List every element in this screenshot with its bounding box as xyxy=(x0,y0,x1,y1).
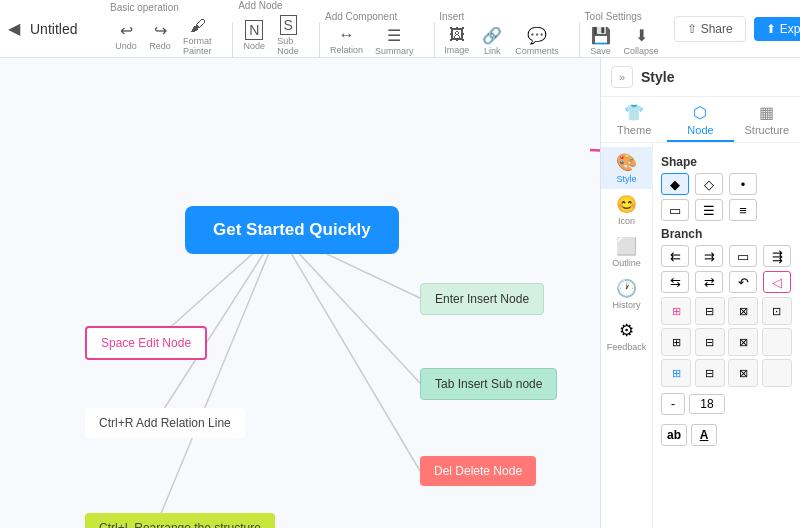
branch-btn-3[interactable]: ⇆ xyxy=(661,271,689,293)
branch-grid-btn-2[interactable]: ⊟ xyxy=(695,297,725,325)
link-label: Link xyxy=(484,46,501,56)
theme-tab-label: Theme xyxy=(617,124,651,136)
font-style-row: ab A xyxy=(661,424,792,446)
branch-btn-lines-right[interactable]: ⇶ xyxy=(763,245,791,267)
outline-icon-label: Outline xyxy=(612,258,641,268)
shape-btn-lines[interactable]: ☰ xyxy=(695,199,723,221)
tab-structure[interactable]: ▦ Structure xyxy=(734,97,800,142)
canvas[interactable]: Get Started Quickly Enter Insert Node Sp… xyxy=(0,58,600,528)
undo-button[interactable]: ↩ Undo xyxy=(110,19,142,53)
sidebar-history[interactable]: 🕐 History xyxy=(601,273,652,315)
node-tab-insert-label: Tab Insert Sub node xyxy=(435,377,542,391)
branch-grid-btn-8[interactable] xyxy=(762,328,792,356)
panel-title: Style xyxy=(641,69,674,85)
group-basic-operation: Basic operation ↩ Undo ↪ Redo 🖌 Format P… xyxy=(110,2,217,58)
collapse-label: Collapse xyxy=(624,46,659,56)
summary-label: Summary xyxy=(375,46,414,56)
branch-grid-btn-6[interactable]: ⊟ xyxy=(695,328,725,356)
branch-grid: ⊞ ⊟ ⊠ ⊡ ⊞ ⊟ ⊠ ⊞ ⊟ ⊠ xyxy=(661,297,792,387)
relation-label: Relation xyxy=(330,45,363,55)
font-size-input[interactable] xyxy=(689,394,725,414)
collapse-button[interactable]: ⬇ Collapse xyxy=(619,24,664,58)
relation-icon: ↔ xyxy=(338,26,354,44)
link-button[interactable]: 🔗 Link xyxy=(476,24,508,58)
shape-btn-outline[interactable]: ◇ xyxy=(695,173,723,195)
format-painter-button[interactable]: 🖌 Format Painter xyxy=(178,15,217,58)
shape-btn-rect[interactable]: ▭ xyxy=(661,199,689,221)
undo-icon: ↩ xyxy=(120,21,133,40)
image-button[interactable]: 🖼 Image xyxy=(439,24,474,57)
toolbar-right: ⇧ Share ⬆ Export xyxy=(674,16,800,42)
node-button[interactable]: N Node xyxy=(238,18,270,53)
branch-row-2: ⇆ ⇄ ↶ ◁ xyxy=(661,271,792,293)
node-enter-insert[interactable]: Enter Insert Node xyxy=(420,283,544,315)
group-label-tool-settings: Tool Settings xyxy=(585,11,642,22)
link-icon: 🔗 xyxy=(482,26,502,45)
branch-btn-2[interactable]: ⇉ xyxy=(695,245,723,267)
font-size-decrease[interactable]: - xyxy=(661,393,685,415)
branch-grid-btn-3[interactable]: ⊠ xyxy=(728,297,758,325)
panel-expand-button[interactable]: » xyxy=(611,66,633,88)
node-ctrl-r[interactable]: Ctrl+R Add Relation Line xyxy=(85,408,245,438)
group-label-insert: Insert xyxy=(439,11,464,22)
icon-icon-label: Icon xyxy=(618,216,635,226)
shape-row-1: ◆ ◇ • xyxy=(661,173,792,195)
tab-node[interactable]: ⬡ Node xyxy=(667,97,733,142)
format-painter-label: Format Painter xyxy=(183,36,212,56)
font-underline-button[interactable]: A xyxy=(691,424,717,446)
feedback-icon-label: Feedback xyxy=(607,342,647,352)
branch-grid-btn-11[interactable]: ⊠ xyxy=(728,359,758,387)
back-button[interactable]: ◀ xyxy=(8,19,20,38)
export-button[interactable]: ⬆ Export xyxy=(754,17,800,41)
sidebar-icon[interactable]: 😊 Icon xyxy=(601,189,652,231)
group-items-insert: 🖼 Image 🔗 Link 💬 Comments xyxy=(439,24,564,58)
branch-btn-4[interactable]: ⇄ xyxy=(695,271,723,293)
node-tab-label: Node xyxy=(687,124,713,136)
node-ctrl-l-label: Ctrl+L Rearrange the structure xyxy=(99,521,261,528)
shape-section-title: Shape xyxy=(661,155,792,169)
node-del-delete[interactable]: Del Delete Node xyxy=(420,456,536,486)
style-icon: 🎨 xyxy=(616,152,637,173)
branch-btn-1[interactable]: ⇇ xyxy=(661,245,689,267)
sidebar-style[interactable]: 🎨 Style xyxy=(601,147,652,189)
branch-grid-btn-9[interactable]: ⊞ xyxy=(661,359,691,387)
toolbar-groups: Basic operation ↩ Undo ↪ Redo 🖌 Format P… xyxy=(110,0,674,58)
branch-btn-5[interactable]: ↶ xyxy=(729,271,757,293)
node-space-edit[interactable]: Space Edit Node xyxy=(85,326,207,360)
sub-node-label: Sub Node xyxy=(277,36,299,56)
theme-tab-icon: 👕 xyxy=(624,103,644,122)
node-ctrl-l[interactable]: Ctrl+L Rearrange the structure xyxy=(85,513,275,528)
central-node[interactable]: Get Started Quickly xyxy=(185,206,399,254)
shape-btn-dot[interactable]: • xyxy=(729,173,757,195)
comments-button[interactable]: 💬 Comments xyxy=(510,24,564,58)
redo-button[interactable]: ↪ Redo xyxy=(144,19,176,53)
shape-btn-fill[interactable]: ◆ xyxy=(661,173,689,195)
branch-btn-6[interactable]: ◁ xyxy=(763,271,791,293)
node-tab-insert[interactable]: Tab Insert Sub node xyxy=(420,368,557,400)
tab-theme[interactable]: 👕 Theme xyxy=(601,97,667,142)
branch-grid-btn-1[interactable]: ⊞ xyxy=(661,297,691,325)
icon-icon: 😊 xyxy=(616,194,637,215)
sidebar-feedback[interactable]: ⚙ Feedback xyxy=(601,315,652,357)
summary-icon: ☰ xyxy=(387,26,401,45)
relation-button[interactable]: ↔ Relation xyxy=(325,24,368,57)
branch-grid-btn-4[interactable]: ⊡ xyxy=(762,297,792,325)
toolbar: ◀ Untitled Basic operation ↩ Undo ↪ Redo… xyxy=(0,0,800,58)
image-icon: 🖼 xyxy=(449,26,465,44)
format-painter-icon: 🖌 xyxy=(190,17,206,35)
font-size-controls: - + xyxy=(661,393,725,415)
save-button[interactable]: 💾 Save xyxy=(585,24,617,58)
branch-grid-btn-12[interactable] xyxy=(762,359,792,387)
branch-btn-rect-outline[interactable]: ▭ xyxy=(729,245,757,267)
share-button[interactable]: ⇧ Share xyxy=(674,16,746,42)
summary-button[interactable]: ☰ Summary xyxy=(370,24,419,58)
sub-node-button[interactable]: S Sub Node xyxy=(272,13,304,58)
shape-btn-lines2[interactable]: ≡ xyxy=(729,199,757,221)
share-label: Share xyxy=(701,22,733,36)
font-bold-button[interactable]: ab xyxy=(661,424,687,446)
branch-grid-btn-10[interactable]: ⊟ xyxy=(695,359,725,387)
branch-grid-btn-7[interactable]: ⊠ xyxy=(728,328,758,356)
group-label-add-node: Add Node xyxy=(238,0,282,11)
branch-grid-btn-5[interactable]: ⊞ xyxy=(661,328,691,356)
sidebar-outline[interactable]: ⬜ Outline xyxy=(601,231,652,273)
